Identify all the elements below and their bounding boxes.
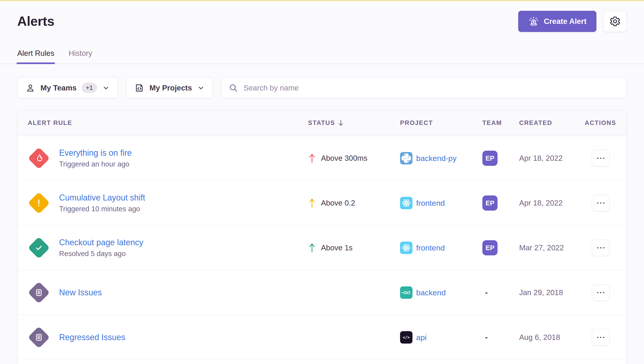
table-row: New Issues GO backend - Jan 29, 2018 <box>18 270 626 315</box>
project-pages-icon <box>134 83 144 93</box>
column-header-created: CREATED <box>519 120 575 126</box>
alert-rule-link[interactable]: New Issues <box>59 288 102 298</box>
column-header-project: PROJECT <box>400 120 482 126</box>
project-link[interactable]: backend-py <box>416 154 457 163</box>
table-row: Cumulative Layout shift Triggered 10 min… <box>18 181 626 226</box>
team-badge: EP <box>482 196 498 210</box>
created-date: Apr 18, 2022 <box>519 154 575 162</box>
table-body: Everything is on fire Triggered an hour … <box>18 136 626 360</box>
gear-icon <box>609 16 621 27</box>
created-date: Aug 6, 2018 <box>519 333 575 342</box>
table-row: Checkout page latency Resolved 5 days ag… <box>18 226 626 270</box>
ellipsis-icon <box>597 157 605 160</box>
react-icon <box>400 242 412 254</box>
alert-rule-link[interactable]: Regressed Issues <box>59 332 125 342</box>
project-link[interactable]: api <box>416 333 426 342</box>
alert-rule-link[interactable]: Checkout page latency <box>59 238 143 247</box>
chevron-down-icon <box>197 84 205 92</box>
fire-diamond-icon <box>28 147 50 169</box>
svg-text:</>: </> <box>403 335 410 340</box>
alert-rules-table: ALERT RULE STATUS PROJECT TEAM CREATED A… <box>17 110 627 364</box>
created-date: Jan 29, 2018 <box>519 288 575 297</box>
project-link[interactable]: frontend <box>416 199 445 208</box>
row-actions-button[interactable] <box>592 150 610 166</box>
settings-button[interactable] <box>603 11 627 32</box>
alert-rule-link[interactable]: Cumulative Layout shift <box>59 193 145 202</box>
ellipsis-icon <box>597 292 605 294</box>
alerts-tabs: Alert Rules History <box>0 50 644 64</box>
column-header-team: TEAM <box>482 120 519 126</box>
siren-icon <box>528 16 539 27</box>
projects-filter-label: My Projects <box>149 84 192 92</box>
table-header-row: ALERT RULE STATUS PROJECT TEAM CREATED A… <box>18 110 626 136</box>
alerts-page: Alerts Create Alert Alert Rules <box>0 1 644 364</box>
row-actions-button[interactable] <box>592 195 610 211</box>
code-icon: </> <box>400 331 412 344</box>
alert-rule-link[interactable]: Everything is on fire <box>59 148 132 158</box>
ellipsis-icon <box>597 336 605 338</box>
alert-rule-subtitle: Triggered an hour ago <box>59 160 132 168</box>
ellipsis-icon <box>597 247 605 249</box>
check-diamond-icon <box>28 237 50 259</box>
team-badge: EP <box>482 240 498 255</box>
arrow-up-icon <box>308 198 316 208</box>
status-text: Above 0.2 <box>321 199 355 208</box>
go-icon: GO <box>400 286 412 299</box>
column-header-status[interactable]: STATUS <box>308 120 400 127</box>
search-icon <box>228 83 239 93</box>
issues-diamond-icon <box>28 326 50 348</box>
search-input[interactable] <box>244 84 620 92</box>
status-cell: Above 0.2 <box>308 198 400 208</box>
status-cell: Above 300ms <box>308 153 400 164</box>
column-header-actions: ACTIONS <box>575 120 616 126</box>
teams-filter-dropdown[interactable]: My Teams +1 <box>17 77 118 98</box>
project-link[interactable]: backend <box>416 288 446 297</box>
search-box <box>221 77 627 98</box>
user-icon <box>25 83 35 93</box>
created-date: Mar 27, 2022 <box>519 244 575 252</box>
table-row: Everything is on fire Triggered an hour … <box>18 136 626 181</box>
status-text: Above 300ms <box>321 154 367 162</box>
status-text: Above 1s <box>321 244 353 252</box>
ellipsis-icon <box>597 202 605 204</box>
teams-filter-label: My Teams <box>41 84 77 92</box>
team-empty-value: - <box>482 333 488 342</box>
page-header: Alerts Create Alert <box>17 1 627 32</box>
projects-filter-dropdown[interactable]: My Projects <box>126 77 213 98</box>
tab-alert-rules[interactable]: Alert Rules <box>17 50 54 64</box>
chevron-down-icon <box>102 84 110 92</box>
teams-extra-count-badge: +1 <box>82 83 97 93</box>
team-badge: EP <box>482 151 498 166</box>
team-empty-value: - <box>482 288 488 297</box>
tab-history[interactable]: History <box>69 50 92 64</box>
row-actions-button[interactable] <box>592 284 610 301</box>
svg-text:GO: GO <box>403 290 410 295</box>
python-icon <box>400 152 412 164</box>
row-actions-button[interactable] <box>592 329 610 346</box>
issues-diamond-icon <box>28 282 50 304</box>
sort-arrow-down-icon <box>338 120 344 127</box>
page-title: Alerts <box>17 11 54 32</box>
create-alert-button[interactable]: Create Alert <box>518 11 596 32</box>
create-alert-label: Create Alert <box>544 17 586 26</box>
arrow-up-icon <box>308 242 316 253</box>
table-row: Regressed Issues </> api - Aug 6, 2018 <box>18 315 626 360</box>
column-header-alert-rule: ALERT RULE <box>28 120 308 126</box>
row-actions-button[interactable] <box>592 240 610 256</box>
filter-bar: My Teams +1 My Projects <box>17 77 627 98</box>
warning-diamond-icon <box>28 192 50 214</box>
alert-rule-subtitle: Triggered 10 minutes ago <box>59 205 145 213</box>
react-icon <box>400 197 412 209</box>
arrow-up-icon <box>308 153 316 164</box>
alert-rule-subtitle: Resolved 5 days ago <box>59 250 143 258</box>
status-cell: Above 1s <box>308 242 400 253</box>
created-date: Apr 18, 2022 <box>519 199 575 208</box>
project-link[interactable]: frontend <box>416 244 445 252</box>
